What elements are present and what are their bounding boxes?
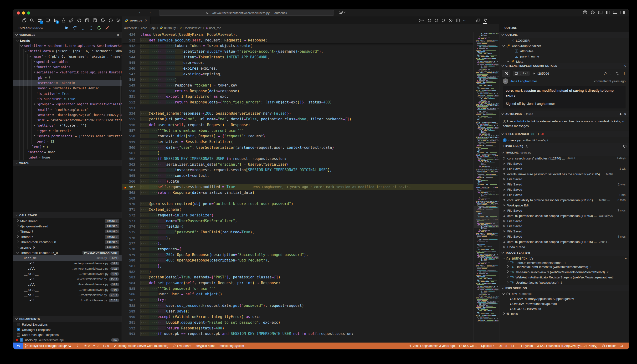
variable-row[interactable]: Locals — [13, 38, 122, 43]
code-line[interactable]: 550················return Response(data=… — [122, 88, 474, 94]
jira-issues-link[interactable]: Jira issues — [575, 120, 590, 123]
remote-indicator[interactable]: >< — [13, 342, 23, 349]
status-item-lifecycle-fix-debugger-setup[interactable]: lifecycle/fix-debugger-setup* — [23, 344, 74, 348]
search-icon[interactable] — [29, 17, 35, 23]
outline-item[interactable]: ≡attributes — [500, 48, 629, 54]
code-line[interactable]: 572········request=inline_serializer( — [122, 212, 474, 218]
sticky-scroll[interactable]: 424class UserViewSet(UsedByMixin, ModelV… — [122, 32, 474, 43]
variables-actions-icon[interactable]: ⧉ — [117, 33, 119, 36]
code-line[interactable]: 579············204: OpenApiResponse(desc… — [122, 252, 474, 258]
expand-chevron-icon[interactable] — [24, 50, 27, 52]
timeline-item[interactable]: core: search users' attributes (#12740) … — [500, 156, 629, 161]
todo-item-chevron-icon[interactable] — [506, 261, 509, 262]
code-line[interactable]: 554····@extend_schema(responses={200: Se… — [122, 111, 474, 116]
code-lines[interactable]: 542················token: Token = Token.… — [122, 43, 474, 336]
outline-chevron-icon[interactable] — [502, 44, 505, 47]
variable-row[interactable]: 'is_superuser' = True — [13, 96, 122, 102]
outline-item[interactable]: ≡parent_name — [500, 54, 629, 59]
code-line[interactable]: 551············except IntegrityError as … — [122, 94, 474, 100]
timeline-item[interactable]: events: make sure password set event has… — [500, 172, 629, 177]
code-line[interactable]: 591············LOGGER.debug(event="Faile… — [122, 320, 474, 326]
explorer-icon[interactable] — [21, 17, 27, 23]
code-line[interactable]: 564················instance=request._req… — [122, 167, 474, 173]
nav-dot-icon[interactable] — [434, 18, 438, 22]
run-python-file-button[interactable] — [418, 18, 424, 22]
autolinks-settings-icon[interactable]: ⚙ — [624, 112, 626, 116]
history-forward-icon[interactable]: → — [148, 10, 152, 14]
call-stack-section-header[interactable]: CALL STACK — [13, 212, 122, 218]
debug-continue-icon[interactable] — [64, 26, 69, 30]
status-item-beryju-io-home[interactable]: beryju.io-home — [194, 344, 218, 348]
breadcrumb-item[interactable]: core — [141, 26, 147, 30]
timeline-item[interactable]: File Saved4 mos — [500, 234, 629, 239]
code-line[interactable]: 570····@permission_required(obj_perm="au… — [122, 201, 474, 207]
gitlens-section-header[interactable]: GITLENS: INSPECT: COMMIT DETAILS ↻ — [500, 63, 629, 69]
timeline-item[interactable]: File Saved — [500, 229, 629, 234]
variable-row[interactable]: serializer = <authentik.core.api.users.S… — [13, 43, 122, 48]
thread-chevron-icon[interactable] — [16, 220, 19, 222]
toggle-secondary-sidebar-icon[interactable] — [620, 11, 624, 14]
code-line[interactable]: 424class UserViewSet(UsedByMixin, ModelV… — [122, 32, 474, 38]
code-line[interactable]: 568········return Response(data=serializ… — [122, 190, 474, 196]
variable-row[interactable]: 'user' = {'pk': 6, 'username': 'akadmin'… — [13, 54, 122, 59]
code-line[interactable]: 590········except (ValidationError, Inte… — [122, 314, 474, 320]
breadcrumb-item[interactable]: users.py — [160, 26, 176, 30]
breakpoint-row[interactable]: Raised Exceptions — [13, 322, 122, 327]
code-line[interactable]: 565················context=context, — [122, 173, 474, 178]
code-line[interactable]: 573············name="UserPasswordSetSeri… — [122, 218, 474, 224]
code-line[interactable]: 552················return Response(data=… — [122, 100, 474, 105]
timeline-item[interactable]: File Saved — [500, 218, 629, 224]
debug-restart-icon[interactable] — [97, 26, 101, 30]
code-line[interactable]: 583····@action(detail=True, methods=["PO… — [122, 274, 474, 280]
code-line[interactable]: 544····················intent=TokenInten… — [122, 54, 474, 60]
variable-row[interactable]: serializer = <authentik.core.api.users.U… — [13, 70, 122, 75]
code-line[interactable]: 569 — [122, 196, 474, 201]
go-env-var-row[interactable]: GOENV=~/Library/Application Support/go/e… — [500, 296, 629, 301]
commit-graph-icon[interactable] — [116, 17, 122, 23]
status-item-live-share[interactable]: Live Share — [170, 344, 194, 348]
timeline-item[interactable]: core: add ability to provide reason for … — [500, 198, 629, 203]
status-item-jens-langhammer-3-years-ago[interactable]: Jens Langhammer, 3 years ago — [406, 344, 457, 348]
status-item-bell[interactable] — [618, 344, 626, 348]
gitlens-logo-icon[interactable] — [502, 70, 510, 77]
nav-back-icon[interactable] — [427, 18, 431, 22]
breadcrumb-item[interactable]: ◈user_me — [206, 26, 221, 30]
stack-frame-row[interactable]: __call__.../enterprise/middleware.py39:1 — [13, 261, 122, 266]
explorer-go-section-header[interactable]: EXPLORER: GO — [500, 285, 629, 291]
breadcrumb-item[interactable]: authentik — [124, 26, 137, 30]
debug-step-out-icon[interactable] — [89, 26, 93, 30]
variable-row[interactable]: function variables — [13, 64, 122, 70]
code-line[interactable]: 592············return Response(status=40… — [122, 326, 474, 331]
code-line[interactable]: 575················"password": CharField… — [122, 229, 474, 235]
breakpoint-checkbox[interactable] — [17, 323, 20, 326]
autolinks-link[interactable]: autolinks — [514, 120, 526, 123]
outline-item[interactable]: Meta — [500, 59, 629, 63]
thread-chevron-icon[interactable] — [16, 230, 19, 232]
commit-graph-icon[interactable] — [616, 72, 620, 75]
todo-item-chevron-icon[interactable] — [506, 270, 509, 273]
changed-file-row[interactable]: ± users.py authentik/core/api — [500, 137, 629, 143]
testing-icon[interactable] — [60, 17, 66, 23]
commit-message-box[interactable]: core: mark session as modified instead o… — [503, 86, 626, 108]
code-line[interactable]: 548················) — [122, 77, 474, 83]
run-below-icon[interactable] — [449, 18, 453, 22]
gitlens-inspect-toggle-icon[interactable] — [483, 18, 487, 22]
code-line[interactable]: 563············serializer.initial_data["… — [122, 162, 474, 167]
status-item-prettier[interactable]: Prettier — [600, 344, 618, 348]
call-stack-thread[interactable]: django-main-threadPAUSED — [13, 224, 122, 229]
back-icon[interactable]: ← — [610, 72, 613, 75]
gitlens-icon[interactable] — [100, 17, 106, 23]
call-stack-thread[interactable]: asyncio_0PAUSED — [13, 245, 122, 250]
variable-row[interactable]: len() = 1 — [13, 144, 122, 150]
code-line[interactable]: 562········if SESSION_KEY_IMPERSONATE_US… — [122, 156, 474, 162]
code-line[interactable]: 578········responses={ — [122, 246, 474, 252]
history-back-icon[interactable]: ← — [138, 10, 142, 14]
outline-chevron-icon[interactable] — [507, 60, 509, 62]
code-line[interactable]: 557········"""Get information about curr… — [122, 128, 474, 134]
autolinks-diamond-icon[interactable]: ◆ — [619, 112, 622, 116]
code-line[interactable]: 549················response["token"] = t… — [122, 82, 474, 88]
customize-layout-icon[interactable] — [598, 11, 602, 14]
variable-row[interactable]: len() = 12 — [13, 139, 122, 144]
run-and-debug-icon[interactable]: 1 — [52, 17, 59, 23]
status-item-debug-attach-server-core-aut[interactable]: Debug: Attach Server Core (authentik) — [111, 344, 170, 348]
